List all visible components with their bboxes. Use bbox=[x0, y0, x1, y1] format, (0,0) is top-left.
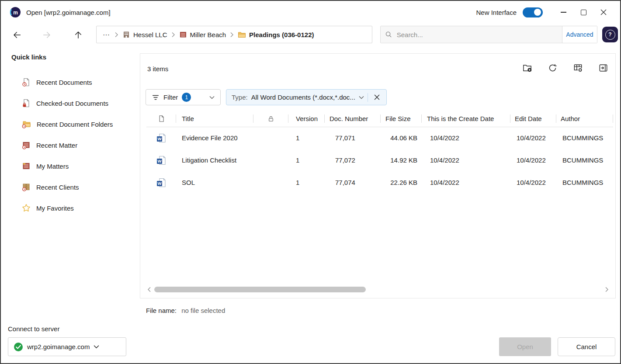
sidebar-item-label: My Matters bbox=[36, 163, 69, 170]
column-header-author[interactable]: Author bbox=[556, 111, 613, 127]
doc-number: 77,074 bbox=[325, 179, 381, 186]
manage-columns-button[interactable] bbox=[573, 63, 583, 73]
breadcrumb-label: Miller Beach bbox=[190, 31, 226, 38]
refresh-button[interactable] bbox=[548, 63, 558, 73]
type-filter-chip[interactable]: Type: All Word Documents (*.docx,*.doc..… bbox=[226, 89, 387, 105]
cancel-button[interactable]: Cancel bbox=[558, 337, 615, 356]
breadcrumb-overflow-button[interactable]: ⋯ bbox=[102, 31, 111, 39]
doc-create-date: 10/4/2022 bbox=[422, 134, 510, 142]
open-button[interactable]: Open bbox=[499, 337, 551, 356]
new-folder-icon bbox=[522, 63, 532, 73]
doc-edit-date: 10/4/2022 bbox=[510, 134, 556, 142]
sidebar-item-recent-clients[interactable]: Recent Clients bbox=[1, 177, 140, 198]
close-icon bbox=[374, 94, 380, 100]
breadcrumb: ⋯ Hessel LLC Miller Beach bbox=[96, 26, 372, 43]
forward-button[interactable] bbox=[41, 29, 52, 41]
title-bar: m Open [wrp2.goimanage.com] New Interfac… bbox=[1, 1, 620, 24]
chip-value: All Word Documents (*.docx,*.doc... bbox=[251, 94, 355, 101]
preview-pane-toggle-button[interactable] bbox=[598, 63, 608, 73]
column-header-doc-number[interactable]: Doc. Number bbox=[325, 111, 381, 127]
maximize-icon bbox=[581, 10, 586, 15]
search-box[interactable] bbox=[381, 26, 562, 43]
table-header-row: Title Version Doc. Number File Size This… bbox=[146, 111, 613, 127]
server-select[interactable]: wrp2.goimanage.com bbox=[8, 337, 126, 356]
my-favorites-icon bbox=[22, 204, 31, 212]
breadcrumb-item-folder[interactable]: Pleadings (036-0122) bbox=[238, 31, 314, 38]
back-button[interactable] bbox=[11, 29, 23, 41]
filter-button[interactable]: Filter 1 bbox=[146, 89, 221, 105]
close-button[interactable] bbox=[593, 3, 614, 21]
checked-out-documents-icon bbox=[22, 99, 31, 107]
doc-title: Evidence File 2020 bbox=[176, 134, 253, 142]
sidebar-item-checked-out-documents[interactable]: Checked-out Documents bbox=[1, 93, 140, 114]
svg-text:W: W bbox=[158, 136, 162, 141]
open-dialog-window: m Open [wrp2.goimanage.com] New Interfac… bbox=[0, 0, 621, 364]
table-row[interactable]: W SOL 1 77,074 22.26 KB 10/4/2022 10/4/2… bbox=[146, 171, 613, 194]
sidebar-item-my-favorites[interactable]: My Favorites bbox=[1, 198, 140, 218]
breadcrumb-item-matter[interactable]: Miller Beach bbox=[179, 31, 226, 38]
scroll-right-button[interactable] bbox=[603, 286, 610, 293]
preview-pane-icon bbox=[598, 63, 608, 73]
column-header-edit-date[interactable]: Edit Date bbox=[510, 111, 556, 127]
chevron-right-icon bbox=[230, 32, 234, 38]
connect-to-server-label: Connect to server bbox=[8, 325, 59, 333]
chevron-down-icon[interactable] bbox=[359, 96, 364, 99]
sidebar-item-label: Recent Matter bbox=[36, 142, 77, 149]
up-button[interactable] bbox=[73, 29, 84, 41]
quick-links-header: Quick links bbox=[11, 53, 46, 61]
breadcrumb-item-client[interactable]: Hessel LLC bbox=[122, 31, 167, 38]
sidebar-item-label: Recent Document Folders bbox=[37, 121, 113, 128]
chip-prefix: Type: bbox=[232, 94, 248, 101]
recent-matter-icon bbox=[22, 141, 31, 149]
chevron-right-icon bbox=[605, 287, 609, 292]
column-header-version[interactable]: Version bbox=[288, 111, 325, 127]
document-icon bbox=[158, 115, 165, 122]
scroll-left-button[interactable] bbox=[146, 286, 153, 293]
sidebar-item-my-matters[interactable]: My Matters bbox=[1, 156, 140, 177]
forward-arrow-icon bbox=[42, 30, 52, 40]
help-button[interactable]: ? bbox=[602, 27, 618, 42]
minimize-button[interactable] bbox=[553, 3, 573, 21]
search-input[interactable] bbox=[396, 31, 558, 39]
search-icon bbox=[385, 31, 392, 38]
server-name: wrp2.goimanage.com bbox=[27, 343, 90, 350]
refresh-icon bbox=[548, 63, 558, 73]
column-settings-icon bbox=[573, 63, 583, 73]
doc-version: 1 bbox=[288, 179, 325, 186]
new-folder-button[interactable] bbox=[522, 63, 532, 73]
chevron-down-icon bbox=[94, 345, 99, 349]
close-icon bbox=[600, 9, 607, 15]
column-header-title[interactable]: Title bbox=[176, 111, 253, 127]
new-interface-toggle[interactable] bbox=[523, 7, 543, 17]
column-header-file-size[interactable]: File Size bbox=[381, 111, 422, 127]
imanage-logo-icon: m bbox=[10, 7, 21, 18]
svg-text:m: m bbox=[13, 10, 18, 16]
column-header-lock[interactable] bbox=[253, 111, 288, 127]
table-row[interactable]: W Evidence File 2020 1 77,071 44.06 KB 1… bbox=[146, 127, 613, 149]
window-title: Open [wrp2.goimanage.com] bbox=[26, 9, 111, 16]
word-document-icon: W bbox=[156, 178, 166, 187]
doc-file-size: 14.92 KB bbox=[381, 156, 422, 164]
column-header-doctype[interactable] bbox=[146, 111, 176, 127]
doc-version: 1 bbox=[288, 134, 325, 142]
remove-filter-button[interactable] bbox=[371, 92, 383, 103]
help-icon: ? bbox=[605, 30, 615, 40]
sidebar-item-recent-document-folders[interactable]: Recent Document Folders bbox=[1, 114, 140, 135]
connected-status-icon bbox=[14, 342, 23, 352]
chip-divider bbox=[368, 93, 368, 102]
chevron-left-icon bbox=[147, 287, 151, 292]
scrollbar-thumb[interactable] bbox=[154, 287, 366, 292]
sidebar-item-label: My Favorites bbox=[36, 205, 74, 212]
sidebar-item-recent-documents[interactable]: Recent Documents bbox=[1, 72, 140, 93]
chevron-right-icon bbox=[114, 32, 118, 38]
sidebar-item-recent-matter[interactable]: Recent Matter bbox=[1, 135, 140, 156]
file-name-row: File name: no file selected bbox=[146, 307, 225, 314]
back-arrow-icon bbox=[12, 30, 22, 40]
file-name-label: File name: bbox=[146, 307, 177, 314]
column-header-create-date[interactable]: This is the Create Date bbox=[422, 111, 510, 127]
folder-icon bbox=[238, 31, 246, 38]
minimize-icon bbox=[561, 12, 566, 13]
maximize-button[interactable] bbox=[573, 3, 593, 21]
table-row[interactable]: W Litigation Checklist 1 77,072 14.92 KB… bbox=[146, 149, 613, 171]
advanced-search-button[interactable]: Advanced bbox=[562, 26, 597, 43]
